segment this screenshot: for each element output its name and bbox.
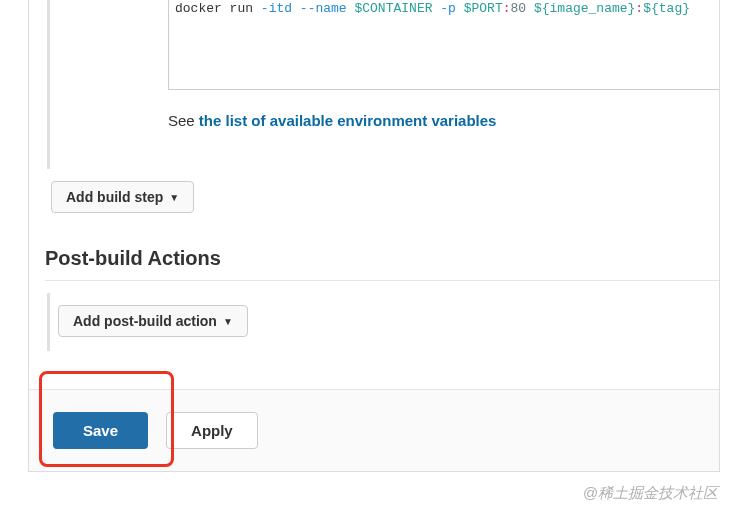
section-divider xyxy=(45,280,719,281)
post-build-block: Add post-build action ▼ xyxy=(47,293,719,351)
add-post-build-action-button[interactable]: Add post-build action ▼ xyxy=(58,305,248,337)
caret-down-icon: ▼ xyxy=(169,192,179,203)
caret-down-icon: ▼ xyxy=(223,316,233,327)
code-line: docker run -itd --name $CONTAINER -p $PO… xyxy=(169,0,719,18)
script-textarea[interactable]: docker run -itd --name $CONTAINER -p $PO… xyxy=(168,0,719,90)
add-build-step-button[interactable]: Add build step ▼ xyxy=(51,181,194,213)
env-vars-help: See the list of available environment va… xyxy=(168,112,719,129)
post-build-heading: Post-build Actions xyxy=(45,247,719,270)
env-vars-link[interactable]: the list of available environment variab… xyxy=(199,112,497,129)
footer-actions: Save Apply xyxy=(29,389,719,471)
save-button[interactable]: Save xyxy=(53,412,148,449)
watermark-text: @稀土掘金技术社区 xyxy=(583,484,718,503)
config-page-container: docker run -itd --name $CONTAINER -p $PO… xyxy=(28,0,720,472)
build-section: docker run -itd --name $CONTAINER -p $PO… xyxy=(29,0,719,227)
apply-button[interactable]: Apply xyxy=(166,412,258,449)
build-step-block: docker run -itd --name $CONTAINER -p $PO… xyxy=(47,0,719,169)
